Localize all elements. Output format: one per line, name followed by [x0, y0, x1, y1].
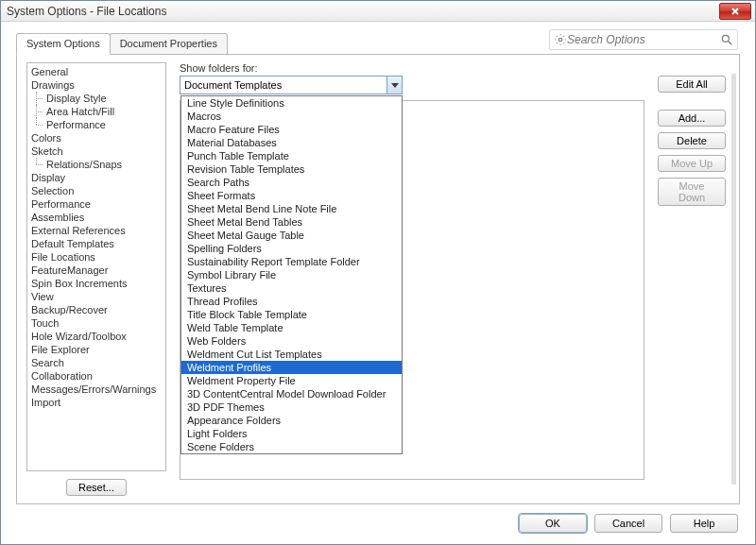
category-item[interactable]: Selection	[29, 184, 163, 197]
category-item[interactable]: File Locations	[29, 250, 163, 264]
footer-buttons: OK Cancel Help	[1, 504, 755, 544]
category-item[interactable]: View	[29, 290, 163, 303]
cancel-button[interactable]: Cancel	[594, 514, 662, 533]
combo-dropdown-list[interactable]: Line Style DefinitionsMacrosMacro Featur…	[180, 95, 403, 454]
svg-point-0	[558, 38, 562, 42]
dialog-content: System Options Document Properties Gener…	[1, 22, 755, 544]
dropdown-item[interactable]: Search Paths	[181, 176, 402, 189]
dropdown-item[interactable]: Sustainability Report Template Folder	[181, 255, 402, 268]
category-item[interactable]: Area Hatch/Fill	[29, 105, 163, 118]
window-title: System Options - File Locations	[7, 5, 166, 18]
middle-column: Show folders for: Document Templates Lin…	[166, 62, 644, 496]
dropdown-item[interactable]: Light Folders	[181, 427, 402, 440]
category-item[interactable]: FeatureManager	[29, 264, 163, 277]
category-item[interactable]: Touch	[29, 316, 163, 330]
header-row: System Options Document Properties	[1, 22, 755, 54]
svg-line-2	[729, 42, 732, 45]
category-item[interactable]: Sketch	[29, 145, 163, 158]
category-item[interactable]: Import	[29, 396, 163, 409]
dropdown-item[interactable]: Web Folders	[181, 334, 402, 348]
dropdown-item[interactable]: Sheet Metal Bend Tables	[181, 215, 402, 229]
dropdown-item[interactable]: Spelling Folders	[181, 242, 402, 255]
search-input[interactable]	[567, 33, 720, 46]
system-options-dialog: System Options - File Locations System O…	[0, 0, 756, 545]
category-item[interactable]: Backup/Recover	[29, 303, 163, 316]
category-item[interactable]: Display Style	[29, 92, 163, 105]
dropdown-item[interactable]: Title Block Table Template	[181, 308, 402, 321]
category-item[interactable]: Spin Box Increments	[29, 277, 163, 290]
left-column: GeneralDrawingsDisplay StyleArea Hatch/F…	[26, 62, 166, 496]
dropdown-item[interactable]: Appearance Folders	[181, 414, 402, 427]
dropdown-item[interactable]: Weldment Property File	[181, 374, 402, 387]
tab-document-properties[interactable]: Document Properties	[110, 33, 228, 54]
svg-point-1	[722, 35, 729, 42]
dropdown-item[interactable]: Line Style Definitions	[181, 96, 402, 110]
category-item[interactable]: Hole Wizard/Toolbox	[29, 330, 163, 343]
category-item[interactable]: Drawings	[29, 78, 163, 92]
category-item[interactable]: Default Templates	[29, 237, 163, 250]
dropdown-item[interactable]: Scene Folders	[181, 440, 402, 453]
edit-all-button[interactable]: Edit All	[658, 76, 726, 93]
category-item[interactable]: Search	[29, 356, 163, 369]
delete-button[interactable]: Delete	[658, 132, 726, 149]
combo-dropdown-button[interactable]	[387, 77, 402, 94]
tab-system-options[interactable]: System Options	[16, 33, 111, 55]
dropdown-item[interactable]: Weld Table Template	[181, 321, 402, 334]
dropdown-item[interactable]: Symbol Library File	[181, 268, 402, 281]
show-folders-combo[interactable]: Document Templates Line Style Definition…	[180, 76, 403, 94]
category-item[interactable]: Messages/Errors/Warnings	[29, 383, 163, 396]
body-row: GeneralDrawingsDisplay StyleArea Hatch/F…	[16, 54, 740, 504]
dropdown-item[interactable]: Revision Table Templates	[181, 162, 402, 176]
category-item[interactable]: File Explorer	[29, 343, 163, 356]
category-item[interactable]: Relations/Snaps	[29, 158, 163, 171]
search-icon	[720, 33, 733, 46]
category-item[interactable]: External References	[29, 224, 163, 237]
add-button[interactable]: Add...	[658, 110, 726, 127]
dropdown-item[interactable]: Sheet Formats	[181, 189, 402, 202]
search-options-field[interactable]	[549, 29, 738, 50]
move-down-button[interactable]: Move Down	[658, 178, 726, 206]
category-item[interactable]: General	[29, 65, 163, 78]
ok-button[interactable]: OK	[519, 514, 587, 533]
dropdown-item[interactable]: Weldment Cut List Templates	[181, 348, 402, 361]
right-scroll-strip[interactable]	[731, 74, 736, 485]
dropdown-item[interactable]: Macros	[181, 110, 402, 123]
gear-icon	[554, 33, 567, 46]
category-item[interactable]: Performance	[29, 118, 163, 131]
dropdown-item[interactable]: Thread Profiles	[181, 295, 402, 308]
move-up-button[interactable]: Move Up	[658, 155, 726, 172]
category-item[interactable]: Collaboration	[29, 369, 163, 383]
help-button[interactable]: Help	[670, 514, 738, 533]
dropdown-item[interactable]: Sheet Metal Bend Line Note File	[181, 202, 402, 215]
dropdown-item[interactable]: Weldment Profiles	[181, 361, 402, 374]
category-item[interactable]: Performance	[29, 197, 163, 211]
show-folders-label: Show folders for:	[180, 62, 644, 74]
dropdown-item[interactable]: 3D PDF Themes	[181, 400, 402, 414]
dropdown-item[interactable]: Punch Table Template	[181, 149, 402, 162]
category-list[interactable]: GeneralDrawingsDisplay StyleArea Hatch/F…	[26, 62, 166, 471]
category-item[interactable]: Colors	[29, 131, 163, 145]
dropdown-item[interactable]: Textures	[181, 281, 402, 295]
category-item[interactable]: Assemblies	[29, 211, 163, 224]
combo-selected-text: Document Templates	[180, 79, 387, 91]
dropdown-item[interactable]: Material Databases	[181, 136, 402, 149]
right-button-column: Edit All Add... Delete Move Up Move Down	[644, 62, 730, 496]
category-item[interactable]: Display	[29, 171, 163, 184]
reset-button[interactable]: Reset...	[66, 479, 127, 496]
titlebar: System Options - File Locations	[1, 1, 755, 22]
dropdown-item[interactable]: Sheet Metal Gauge Table	[181, 229, 402, 242]
close-button[interactable]	[719, 3, 751, 20]
tab-strip: System Options Document Properties	[16, 33, 227, 54]
dropdown-item[interactable]: Macro Feature Files	[181, 123, 402, 136]
dropdown-item[interactable]: 3D ContentCentral Model Download Folder	[181, 387, 402, 400]
